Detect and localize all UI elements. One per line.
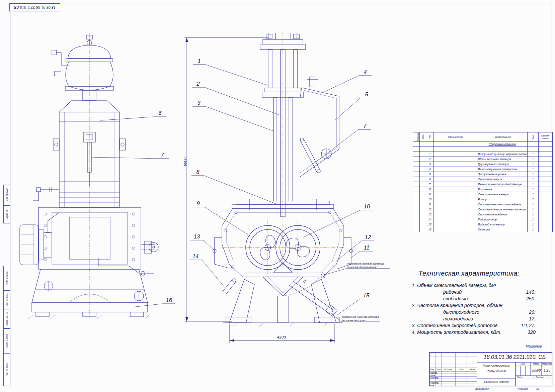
callout-8: 8 [196,169,199,175]
section-view [182,30,383,345]
callout-14: 14 [192,253,199,260]
tech-line: свободный250. [400,296,538,303]
top-left-doc-stamp: 18.03.01.36.2211.010.СБ [9,3,60,11]
callout-13: 13 [194,233,200,240]
tech-line: тихоходного17. [400,316,538,323]
part-row: 16Станина1 [413,227,553,232]
header-name: Наименование [477,132,528,142]
lit-label: Лит. [516,363,531,365]
part-row: 13Система охлаждения1 [413,212,553,217]
massa-label: Масса [531,363,542,365]
parts-table: Формат Зона Поз. Обозначение Наименовани… [413,132,553,232]
tech-title: Техническая характеристика: [400,270,538,277]
header-note: Приме- чание [539,132,553,142]
side-column-box: Справ. № [3,205,10,223]
tech-line: 3. Соотношение скоростей роторов1:1,27. [400,323,538,329]
doc-number: 18.03.01.36 2211.010. СБ [477,352,552,362]
massa-value: 58500 [531,369,542,372]
part-row: 7Пневмопривод откидной дверцы1 [413,182,553,187]
footer-copied: Копировал [475,387,489,390]
side-column-box: Перв. примен. [3,185,10,205]
col-izm: Изм. [429,368,435,370]
callout-7: 7 [363,123,366,129]
callout-7: 7 [161,152,164,158]
signature-name: Машинов [526,344,542,348]
part-row: 4Вентиляционное отверстие1 [413,167,553,172]
section-title: Сборочные единицы [477,142,528,147]
list-label: Лист [517,376,523,378]
part-row: 9Смесительная камера1 [413,192,553,197]
tech-line: 1. Объем смесительной камеры, дм³ [400,283,538,289]
tech-line: 2. Частота вращения роторов, об/мин [400,303,538,309]
row-razrab: Разраб. [430,372,438,374]
col-docnum: № докум. [442,368,455,370]
annotation: Положение нижнего затвора во время выгру… [342,315,379,322]
col-podp: Подп. [456,368,467,370]
callout-4: 4 [364,69,367,75]
callout-6: 6 [158,110,161,116]
row-nkontr: Н.контр. [430,382,439,384]
parts-table-body: Сборочные единицы 1Воздушный цилиндр вер… [413,142,553,232]
part-row: 10Ротор2 [413,197,553,202]
front-view [18,32,179,326]
tech-lines: 1. Объем смесительной камеры, дм³рабочий… [400,283,538,336]
masshtab-value: 1:25 [542,369,552,372]
header-format: Формат [417,133,419,141]
part-row: 15Водяной коллектор1 [413,222,553,227]
callout-15: 15 [363,292,369,299]
header-zone: Зона [422,134,424,139]
part-row: 12Откидная дверца нижнего затвора1 [413,207,553,212]
callout-12: 12 [365,234,371,240]
drawing-sheet: 18.03.01.36.2211.010.СБ [0,0,555,392]
side-column-box: Подп. и дата [3,328,10,353]
part-row: 6Откидная дверца1 [413,177,553,182]
callout-5: 5 [365,91,368,98]
col-list: Лист [435,368,441,370]
callout-1: 1 [197,58,201,64]
callout-3: 3 [197,100,200,106]
col-data: Дата [467,368,477,370]
technical-characteristics: Техническая характеристика: 1. Объем сме… [400,270,538,336]
listov-label: Листов [536,376,544,378]
side-column-box: Подп. и дата [3,266,10,290]
callout-2: 2 [196,81,200,87]
annotation: Положение нижнего затвора во время обслу… [347,262,384,269]
tech-line: быстроходного20; [400,309,538,316]
header-qty: Кол. [532,135,534,139]
part-row: 5Загрузочная воронка1 [413,172,553,177]
callout-10: 10 [364,203,370,210]
masshtab-label: Масштаб [542,363,552,365]
part-row: 1Воздушный цилиндр верхнего затвора1 [413,152,553,157]
tech-line: рабочий140; [400,289,538,296]
part-row: 3Груз верхнего затвора1 [413,162,553,167]
row-prov: Пров. [430,374,435,377]
section-row: Сборочные единицы [413,142,553,147]
dimension-height: 6000 [183,158,187,166]
footer-format-label: Формат [517,387,528,390]
product-model: РСВД 250/20 [477,369,516,373]
parts-table-header: Формат Зона Поз. Обозначение Наименовани… [413,132,553,142]
header-designation: Обозначение [434,132,477,142]
doc-type: Сборочный чертеж [477,380,516,383]
callout-16: 16 [166,297,172,303]
side-column-box: Инв. № подл. [3,353,10,386]
part-row: 14Гидроцилиндр1 [413,217,553,222]
title-block: 18.03.01.36 2211.010. СБ Изм. Лист № док… [429,352,552,386]
dimension-width: 4230 [277,335,286,339]
tech-line: 4. Мощность электродвигателя, кВт320 [400,329,538,336]
callout-9: 9 [196,200,200,207]
side-column-box: Взам. инв. № [3,309,10,328]
product-name: Резиносмеситель [477,364,516,367]
part-row: 11Система внешнего охлаждения1 [413,202,553,207]
callout-11: 11 [364,244,369,251]
footer-format-value: А1 [536,387,540,390]
part-row: 8Горловина1 [413,187,553,192]
row-tkontr: Т.контр. [430,377,439,379]
empty-row [413,147,553,152]
row-utv: Утв. [430,384,435,387]
header-pos: Поз. [429,135,431,139]
listov-value: 1 [548,376,550,378]
part-row: 2Шток верхнего затвора1 [413,157,553,162]
side-column-box: Инв. № дубл. [3,290,10,309]
